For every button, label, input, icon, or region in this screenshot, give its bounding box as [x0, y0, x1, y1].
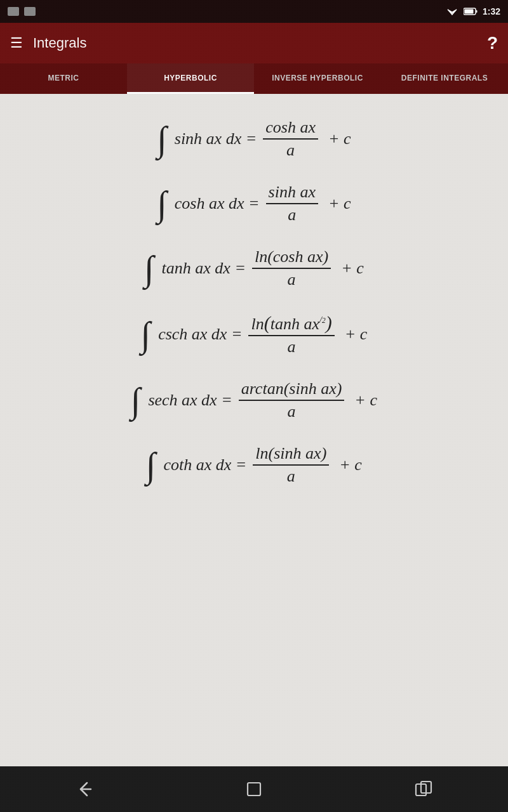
- formula-sinh-lhs: sinh ax dx =: [175, 129, 257, 148]
- tab-bar: METRIC HYPERBOLIC INVERSE HYPERBOLIC DEF…: [0, 63, 508, 94]
- status-bar-right: 1:32: [446, 6, 500, 16]
- formula-sinh-plus-c: + c: [328, 129, 351, 148]
- home-icon: [244, 779, 264, 799]
- app-icon-1: [8, 7, 19, 16]
- formula-csch: ∫ csch ax dx = ln(tanh ax/2) a + c: [19, 301, 489, 368]
- svg-rect-3: [464, 10, 473, 14]
- formula-tanh-plus-c: + c: [341, 259, 364, 278]
- home-button[interactable]: [235, 776, 273, 802]
- status-time: 1:32: [483, 6, 500, 16]
- back-icon: [74, 779, 95, 799]
- recents-icon: [413, 779, 434, 799]
- formula-csch-fraction: ln(tanh ax/2) a: [248, 312, 334, 357]
- formula-coth-plus-c: + c: [339, 455, 362, 475]
- formula-sech-lhs: sech ax dx =: [148, 391, 232, 410]
- battery-icon: [464, 7, 478, 16]
- svg-rect-1: [24, 7, 36, 16]
- status-bar: 1:32: [0, 0, 508, 23]
- formula-coth-lhs: coth ax dx =: [163, 455, 246, 475]
- integral-sign-6: ∫: [146, 447, 156, 483]
- formula-csch-plus-c: + c: [345, 325, 368, 344]
- integral-sign-2: ∫: [157, 186, 166, 221]
- formula-content: ∫ sinh ax dx = cosh ax a + c ∫ cosh ax d…: [0, 94, 508, 766]
- menu-icon[interactable]: ☰: [10, 35, 23, 51]
- formula-sech-plus-c: + c: [354, 391, 377, 410]
- app-icon-2: [24, 7, 36, 16]
- formula-tanh-lhs: tanh ax dx =: [162, 259, 246, 278]
- recents-button[interactable]: [404, 776, 443, 802]
- help-button[interactable]: ?: [487, 33, 498, 53]
- formula-sech: ∫ sech ax dx = arctan(sinh ax) a + c: [19, 368, 489, 433]
- formula-sinh: ∫ sinh ax dx = cosh ax a + c: [19, 107, 489, 171]
- integral-sign-4: ∫: [141, 317, 150, 352]
- integral-sign-5: ∫: [131, 383, 140, 418]
- formula-cosh-fraction: sinh ax a: [266, 183, 318, 225]
- integral-sign-1: ∫: [157, 121, 166, 157]
- tab-inverse-hyperbolic[interactable]: INVERSE HYPERBOLIC: [254, 63, 381, 94]
- tab-metric[interactable]: METRIC: [0, 63, 127, 94]
- status-bar-left: [8, 7, 36, 16]
- svg-rect-4: [476, 10, 477, 13]
- bottom-nav: [0, 766, 508, 812]
- formula-cosh-lhs: cosh ax dx =: [175, 194, 260, 213]
- formula-sinh-fraction: cosh ax a: [263, 118, 318, 160]
- formula-tanh: ∫ tanh ax dx = ln(cosh ax) a + c: [19, 236, 489, 301]
- back-button[interactable]: [65, 776, 104, 802]
- integral-sign-3: ∫: [144, 251, 154, 286]
- toolbar: ☰ Integrals ?: [0, 23, 508, 63]
- formula-cosh-plus-c: + c: [328, 194, 351, 213]
- page-title: Integrals: [33, 35, 487, 51]
- svg-rect-6: [248, 783, 260, 796]
- formula-tanh-fraction: ln(cosh ax) a: [252, 247, 331, 289]
- wifi-icon: [446, 7, 458, 16]
- formula-sech-fraction: arctan(sinh ax) a: [239, 379, 345, 421]
- formula-cosh: ∫ cosh ax dx = sinh ax a + c: [19, 171, 489, 236]
- formula-csch-lhs: csch ax dx =: [158, 325, 242, 344]
- svg-rect-0: [8, 7, 19, 16]
- formula-coth-fraction: ln(sinh ax) a: [253, 444, 329, 486]
- tab-hyperbolic[interactable]: HYPERBOLIC: [127, 63, 254, 94]
- tab-definite-integrals[interactable]: DEFINITE INTEGRALS: [381, 63, 508, 94]
- formula-coth: ∫ coth ax dx = ln(sinh ax) a + c: [19, 433, 489, 497]
